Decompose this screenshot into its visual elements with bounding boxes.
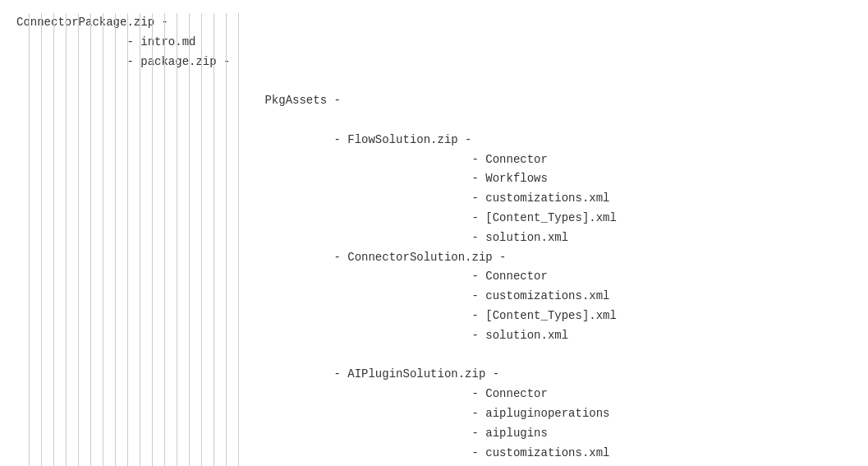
tree-line: PkgAssets - <box>16 91 852 111</box>
tree-line: - Connector <box>16 267 852 287</box>
file-tree: ConnectorPackage.zip - - intro.md - pack… <box>16 13 852 466</box>
tree-line: - intro.md <box>16 33 852 53</box>
tree-line: - [Content_Types].xml <box>16 463 852 466</box>
tree-line: - customizations.xml <box>16 189 852 209</box>
tree-line: - aiplugins <box>16 424 852 444</box>
tree-line: - Workflows <box>16 169 852 189</box>
tree-line: - package.zip - <box>16 53 852 72</box>
tree-line: - Connector <box>16 385 852 404</box>
tree-line <box>16 72 852 91</box>
tree-line: - customizations.xml <box>16 444 852 464</box>
tree-line: ConnectorPackage.zip - <box>16 13 852 33</box>
tree-line: - aipluginoperations <box>16 404 852 424</box>
tree-line: - solution.xml <box>16 326 852 346</box>
tree-line: - [Content_Types].xml <box>16 307 852 326</box>
tree-line: - FlowSolution.zip - <box>16 131 852 150</box>
tree-line <box>16 346 852 366</box>
tree-line: - [Content_Types].xml <box>16 209 852 228</box>
tree-line: - Connector <box>16 150 852 170</box>
tree-line: - AIPluginSolution.zip - <box>16 365 852 385</box>
tree-line <box>16 111 852 131</box>
tree-line: - customizations.xml <box>16 287 852 307</box>
tree-line: - ConnectorSolution.zip - <box>16 248 852 268</box>
tree-line: - solution.xml <box>16 228 852 248</box>
